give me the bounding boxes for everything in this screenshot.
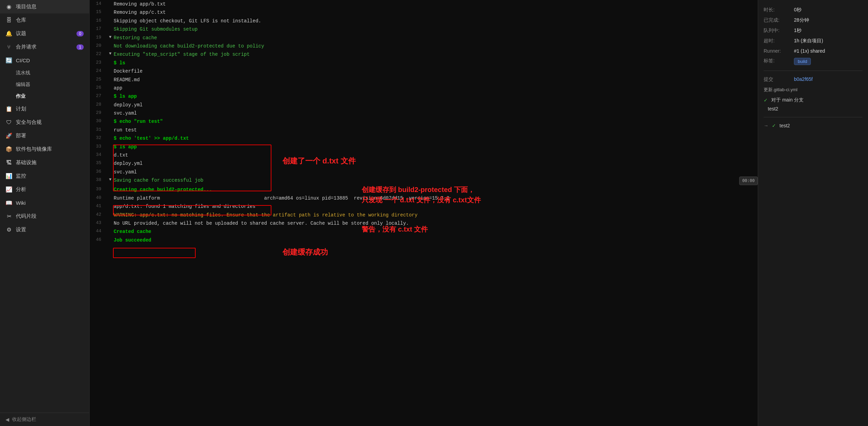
- sidebar-label-project-info: 项目信息: [16, 3, 37, 10]
- sidebar-label-packages: 软件包与镜像库: [16, 146, 52, 152]
- panel-divider-2: [764, 117, 862, 117]
- line-number-20: 20: [90, 42, 107, 50]
- line-number-22: 22: [90, 51, 107, 58]
- collapse-label: 收起侧边栏: [12, 416, 36, 423]
- expand-toggle-19[interactable]: ▼: [107, 34, 114, 41]
- log-text-35: deploy.yml: [114, 160, 758, 167]
- sidebar-item-packages[interactable]: 📦 软件包与镜像库: [0, 142, 89, 156]
- line-number-43: 43: [90, 220, 107, 227]
- sidebar-item-security[interactable]: 🛡 安全与合规: [0, 116, 89, 129]
- sidebar-item-plan[interactable]: 📋 计划: [0, 102, 89, 116]
- log-text-32: $ echo 'test' >> app/d.txt: [114, 135, 758, 142]
- line-number-15: 15: [90, 9, 107, 16]
- log-text-38: Saving cache for successful job: [114, 177, 736, 184]
- line-number-28: 28: [90, 101, 107, 108]
- commit-link[interactable]: b0a2f65f: [794, 76, 813, 83]
- cicd-icon: 🔄: [6, 57, 12, 64]
- sidebar-item-snippets[interactable]: ✂ 代码片段: [0, 210, 89, 223]
- log-text-15: Removing app/c.txt: [114, 9, 758, 16]
- sidebar-label-merge: 合并请求: [16, 44, 37, 50]
- sidebar-label-deploy: 部署: [16, 132, 26, 139]
- line-number-42: 42: [90, 211, 107, 219]
- update-label: 更新.gitlab-ci.yml: [764, 87, 862, 93]
- snippets-icon: ✂: [6, 213, 12, 220]
- expand-toggle-38[interactable]: ▼: [107, 177, 114, 183]
- sidebar-item-analytics[interactable]: 📈 分析: [0, 183, 89, 196]
- panel-divider-1: [764, 71, 862, 71]
- completed-label: 已完成:: [764, 17, 791, 23]
- log-text-17: Skipping Git submodules setup: [114, 25, 758, 33]
- log-text-39: Creating cache build2-protected...: [114, 186, 758, 193]
- red-box-created-cache: [113, 248, 196, 258]
- right-panel: 时长: 0秒 已完成: 28分钟 队列中: 1秒 超时: 1h (来自项目) R…: [758, 0, 868, 426]
- branch-status-icon: ✓: [764, 97, 768, 103]
- sidebar-item-settings[interactable]: ⚙ 设置: [0, 223, 89, 236]
- sidebar-item-monitor[interactable]: 📊 监控: [0, 169, 89, 183]
- log-line-20: 20Not downloading cache build2-protected…: [90, 42, 758, 50]
- log-line-23: 23$ ls: [90, 59, 758, 67]
- line-number-31: 31: [90, 126, 107, 134]
- line-number-41: 41: [90, 203, 107, 210]
- sidebar-item-wiki[interactable]: 📖 Wiki: [0, 196, 89, 210]
- sidebar-collapse-button[interactable]: ◀ 收起侧边栏: [0, 413, 89, 426]
- log-lines-container: 14Removing app/b.txt15Removing app/c.txt…: [90, 0, 758, 244]
- queued-label: 队列中:: [764, 28, 791, 34]
- job-label-row: test2: [768, 106, 862, 111]
- log-text-22: Executing "step_script" stage of the job…: [114, 51, 758, 58]
- line-number-14: 14: [90, 0, 107, 8]
- expand-toggle-22[interactable]: ▼: [107, 51, 114, 57]
- log-text-31: run test: [114, 126, 758, 134]
- tags-row: 标签: build: [764, 58, 862, 65]
- sidebar-item-warehouse[interactable]: 🗄 仓库: [0, 13, 89, 27]
- log-line-46: 46Job succeeded: [90, 236, 758, 244]
- queued-value: 1秒: [794, 28, 802, 34]
- deploy-icon: 🚀: [6, 132, 12, 139]
- sidebar-item-project-info[interactable]: ◉ 项目信息: [0, 0, 89, 13]
- sidebar-item-jobs[interactable]: 作业: [16, 90, 89, 102]
- settings-icon: ⚙: [6, 226, 12, 233]
- log-line-33: 33$ ls app: [90, 143, 758, 151]
- log-text-24: Dockerfile: [114, 67, 758, 75]
- sidebar-label-analytics: 分析: [16, 186, 26, 193]
- line-number-33: 33: [90, 143, 107, 150]
- sidebar-item-pipeline[interactable]: 流水线: [16, 67, 89, 79]
- wiki-icon: 📖: [6, 200, 12, 206]
- sidebar-label-warehouse: 仓库: [16, 17, 26, 23]
- timer-badge-38: 00:00: [739, 177, 758, 185]
- line-number-16: 16: [90, 17, 107, 24]
- log-area[interactable]: 14Removing app/b.txt15Removing app/c.txt…: [90, 0, 758, 426]
- log-line-44: 44Created cache: [90, 227, 758, 236]
- sidebar-label-plan: 计划: [16, 106, 26, 112]
- log-text-46: Job succeeded: [114, 236, 758, 244]
- log-line-14: 14Removing app/b.txt: [90, 0, 758, 8]
- job-label: test2: [768, 106, 778, 111]
- log-line-27: 27$ ls app: [90, 92, 758, 100]
- sidebar-item-deploy[interactable]: 🚀 部署: [0, 129, 89, 142]
- arrow-icon: →: [764, 123, 768, 128]
- line-number-23: 23: [90, 59, 107, 66]
- sidebar-item-editor[interactable]: 编辑器: [16, 79, 89, 90]
- log-text-34: d.txt: [114, 151, 758, 159]
- commit-row: 提交 b0a2f65f: [764, 76, 862, 83]
- log-line-30: 30$ echo "run test": [90, 117, 758, 126]
- sidebar-label-snippets: 代码片段: [16, 213, 37, 220]
- log-text-19: Restoring cache: [114, 34, 758, 42]
- tags-label: 标签:: [764, 58, 791, 65]
- timeout-value: 1h (来自项目): [794, 38, 823, 44]
- log-text-25: README.md: [114, 76, 758, 84]
- arrow-job-label: test2: [779, 123, 790, 128]
- queued-row: 队列中: 1秒: [764, 28, 862, 34]
- sidebar-label-cicd: CI/CD: [16, 57, 30, 63]
- plan-icon: 📋: [6, 106, 12, 112]
- issues-icon: 🔔: [6, 30, 12, 37]
- sidebar-item-infra[interactable]: 🏗 基础设施: [0, 156, 89, 169]
- log-text-44: Created cache: [114, 228, 758, 235]
- log-line-29: 29svc.yaml: [90, 109, 758, 117]
- sidebar-label-security: 安全与合规: [16, 119, 42, 126]
- runner-label: Runner:: [764, 48, 791, 54]
- sidebar-item-issues[interactable]: 🔔 议题 0: [0, 27, 89, 40]
- log-line-35: 35deploy.yml: [90, 159, 758, 168]
- sidebar-item-merge-request[interactable]: ⑂ 合并请求 1: [0, 40, 89, 54]
- analytics-icon: 📈: [6, 186, 12, 193]
- sidebar-item-cicd[interactable]: 🔄 CI/CD: [0, 54, 89, 67]
